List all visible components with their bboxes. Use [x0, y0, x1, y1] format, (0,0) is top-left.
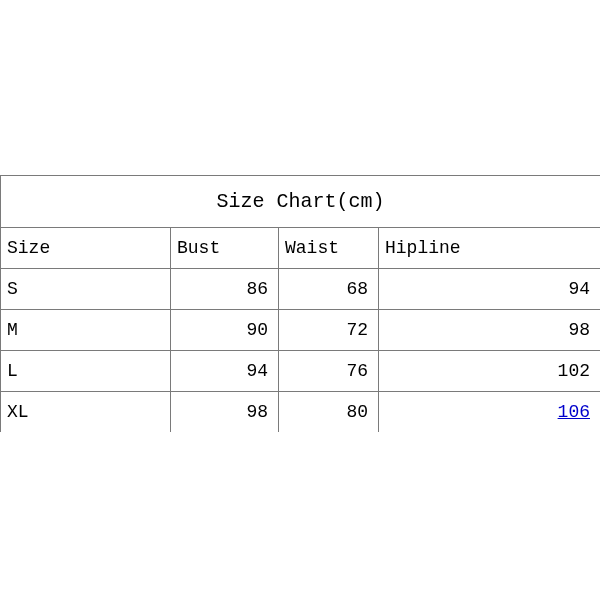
header-size: Size: [1, 228, 171, 269]
cell-waist: 72: [279, 310, 379, 351]
cell-hipline-link[interactable]: 106: [379, 392, 601, 433]
cell-bust: 98: [171, 392, 279, 433]
cell-hipline: 94: [379, 269, 601, 310]
cell-size: S: [1, 269, 171, 310]
table-header-row: Size Bust Waist Hipline: [1, 228, 601, 269]
cell-waist: 76: [279, 351, 379, 392]
cell-size: M: [1, 310, 171, 351]
table-row: M 90 72 98: [1, 310, 601, 351]
table-row: S 86 68 94: [1, 269, 601, 310]
size-chart-table: Size Chart(cm) Size Bust Waist Hipline S…: [0, 175, 600, 432]
table-row: XL 98 80 106: [1, 392, 601, 433]
table-row: L 94 76 102: [1, 351, 601, 392]
cell-hipline: 102: [379, 351, 601, 392]
cell-hipline: 98: [379, 310, 601, 351]
cell-size: L: [1, 351, 171, 392]
table-title: Size Chart(cm): [1, 176, 601, 228]
cell-waist: 80: [279, 392, 379, 433]
cell-waist: 68: [279, 269, 379, 310]
header-bust: Bust: [171, 228, 279, 269]
table-title-row: Size Chart(cm): [1, 176, 601, 228]
header-waist: Waist: [279, 228, 379, 269]
cell-bust: 90: [171, 310, 279, 351]
cell-bust: 94: [171, 351, 279, 392]
cell-bust: 86: [171, 269, 279, 310]
header-hipline: Hipline: [379, 228, 601, 269]
cell-size: XL: [1, 392, 171, 433]
